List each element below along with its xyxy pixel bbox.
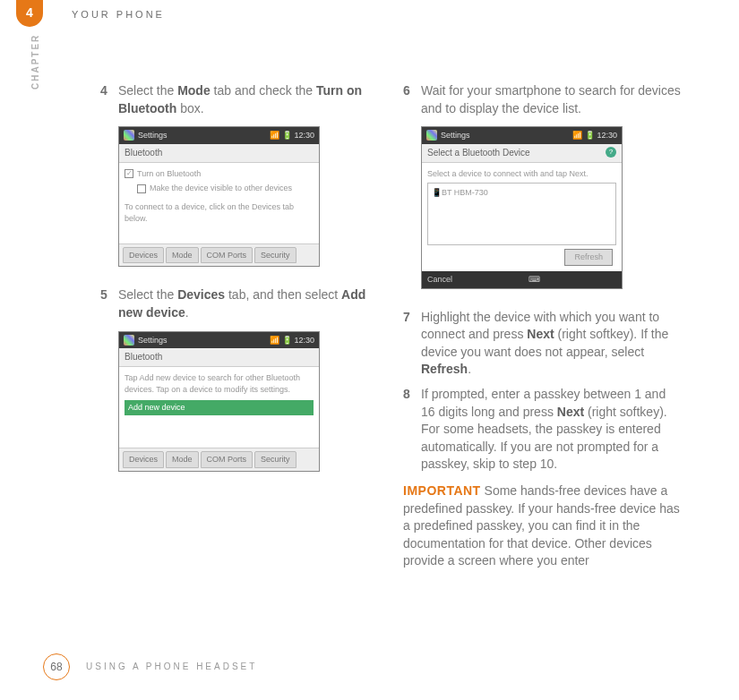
- device-list: 📱BT HBM-730: [427, 183, 616, 245]
- screenshot-titlebar: Settings 📶 🔋 12:30: [119, 127, 319, 144]
- screenshot-title: Settings: [138, 335, 168, 346]
- tab-devices: Devices: [123, 247, 164, 264]
- screenshot-tabs: Devices Mode COM Ports Security: [119, 243, 319, 267]
- step-text: If prompted, enter a passkey between 1 a…: [421, 386, 681, 474]
- footer-section-title: USING A PHONE HEADSET: [86, 661, 257, 673]
- tab-security: Security: [254, 247, 296, 264]
- keyboard-icon: ⌨: [528, 274, 540, 286]
- page-header-title: YOUR PHONE: [72, 8, 165, 21]
- bold-term: Refresh: [421, 362, 468, 376]
- screenshot-mode-tab: Settings 📶 🔋 12:30 Bluetooth ✓Turn on Bl…: [118, 126, 320, 267]
- button-row: Refresh: [427, 245, 616, 269]
- screenshot-titlebar: Settings 📶 🔋 12:30: [422, 127, 622, 144]
- step-text: Highlight the device with which you want…: [421, 309, 681, 379]
- screenshot-title: Settings: [138, 130, 168, 141]
- refresh-button: Refresh: [564, 249, 613, 266]
- text-fragment: .: [468, 362, 471, 376]
- screenshot-tabs: Devices Mode COM Ports Security: [119, 448, 319, 471]
- checkbox-row: ✓Turn on Bluetooth: [125, 168, 314, 180]
- help-text: To connect to a device, click on the Dev…: [125, 201, 314, 224]
- screenshot-body: Select a device to connect with and tap …: [422, 163, 622, 271]
- selected-list-item: Add new device: [125, 400, 314, 415]
- text-fragment: .: [185, 305, 189, 320]
- list-item: BT HBM-730: [442, 188, 488, 197]
- screenshot-subheader: Select a Bluetooth Device ?: [422, 144, 622, 163]
- tab-comports: COM Ports: [201, 247, 253, 264]
- important-note: IMPORTANT Some hands-free devices have a…: [403, 482, 681, 570]
- checkbox-label: Turn on Bluetooth: [137, 168, 201, 180]
- step-number: 8: [403, 386, 421, 474]
- subheader-text: Select a Bluetooth Device: [427, 148, 530, 158]
- softkey-cancel: Cancel: [427, 274, 452, 286]
- text-fragment: tab and check the: [211, 83, 316, 98]
- step-text: Select the Devices tab, and then select …: [118, 286, 378, 321]
- step-text: Select the Mode tab and check the Turn o…: [118, 82, 378, 117]
- step-number: 6: [403, 82, 421, 117]
- windows-logo-icon: [124, 130, 134, 141]
- chapter-side-label: CHAPTER: [30, 34, 42, 90]
- screenshot-subheader: Bluetooth: [119, 348, 319, 367]
- step-7: 7 Highlight the device with which you wa…: [403, 309, 681, 379]
- step-number: 7: [403, 309, 421, 379]
- screenshot-select-device: Settings 📶 🔋 12:30 Select a Bluetooth De…: [421, 126, 623, 288]
- help-text: Tap Add new device to search for other B…: [125, 372, 314, 395]
- text-fragment: Select the: [118, 83, 177, 98]
- checkbox-icon: [137, 184, 146, 193]
- step-number: 5: [100, 286, 118, 321]
- clock-text: 12:30: [294, 336, 314, 345]
- tab-devices: Devices: [123, 451, 164, 468]
- help-text: Select a device to connect with and tap …: [427, 168, 616, 180]
- status-icons: 📶 🔋 12:30: [270, 335, 314, 346]
- tab-mode: Mode: [166, 247, 199, 264]
- text-fragment: tab, and then select: [225, 287, 341, 302]
- screenshot-titlebar: Settings 📶 🔋 12:30: [119, 332, 319, 349]
- tab-mode: Mode: [166, 451, 199, 468]
- checkbox-row: Make the device visible to other devices: [137, 183, 314, 194]
- bold-term: Next: [527, 327, 554, 341]
- screenshot-body: ✓Turn on Bluetooth Make the device visib…: [119, 163, 319, 243]
- checkbox-label: Make the device visible to other devices: [150, 183, 292, 194]
- step-8: 8 If prompted, enter a passkey between 1…: [403, 386, 681, 474]
- step-text: Wait for your smartphone to search for d…: [421, 82, 681, 117]
- step-5: 5 Select the Devices tab, and then selec…: [100, 286, 378, 321]
- clock-text: 12:30: [597, 131, 617, 140]
- softkey-bar: Cancel ⌨: [422, 271, 622, 288]
- page-footer: 68 USING A PHONE HEADSET: [43, 653, 257, 680]
- screenshot-body: Tap Add new device to search for other B…: [119, 367, 319, 448]
- chapter-number-badge: 4: [16, 0, 43, 27]
- clock-text: 12:30: [294, 131, 314, 140]
- bold-term: Next: [557, 405, 584, 419]
- step-6: 6 Wait for your smartphone to search for…: [403, 82, 681, 117]
- checkbox-checked-icon: ✓: [125, 169, 133, 178]
- info-icon: ?: [606, 147, 616, 158]
- tab-security: Security: [254, 451, 296, 468]
- important-label: IMPORTANT: [403, 483, 481, 498]
- status-icons: 📶 🔋 12:30: [572, 130, 617, 141]
- left-column: 4 Select the Mode tab and check the Turn…: [100, 82, 378, 570]
- right-column: 6 Wait for your smartphone to search for…: [403, 82, 681, 570]
- screenshot-devices-tab: Settings 📶 🔋 12:30 Bluetooth Tap Add new…: [118, 331, 320, 472]
- step-4: 4 Select the Mode tab and check the Turn…: [100, 82, 378, 117]
- screenshot-title: Settings: [441, 130, 470, 141]
- windows-logo-icon: [426, 130, 437, 141]
- bold-term: Devices: [177, 287, 225, 302]
- screenshot-subheader: Bluetooth: [119, 144, 319, 163]
- bluetooth-icon: 📱: [432, 188, 442, 197]
- status-icons: 📶 🔋 12:30: [270, 130, 314, 141]
- tab-comports: COM Ports: [201, 451, 253, 468]
- step-number: 4: [100, 82, 118, 117]
- text-fragment: Select the: [118, 287, 177, 302]
- page-number: 68: [43, 653, 70, 680]
- windows-logo-icon: [124, 335, 134, 346]
- text-fragment: box.: [176, 101, 203, 115]
- bold-term: Mode: [177, 83, 211, 98]
